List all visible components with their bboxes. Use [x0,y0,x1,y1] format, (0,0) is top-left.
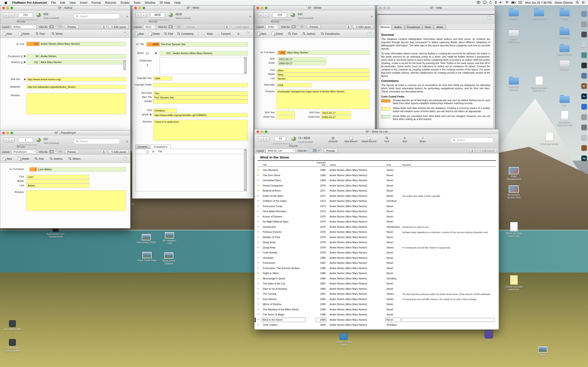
close-button[interactable] [257,7,259,9]
cell-title[interactable]: Time Traders [263,323,309,326]
goto-record-icon[interactable]: ▸ [258,287,259,290]
cell-title[interactable]: Perilous Dreams [263,231,309,233]
kind-field[interactable]: Omnibus [153,108,177,113]
minimize-button[interactable] [6,7,9,9]
cell-author[interactable]: Andre Norton (Alice Mary Norton) [330,184,385,187]
prev-record-button[interactable]: ‹ [258,13,263,17]
notification-center-icon[interactable] [582,1,585,4]
goto-related-button[interactable] [24,55,26,57]
cell-kind[interactable]: Novel [387,189,401,192]
work-list-row[interactable]: ▸Jern Murdock1968Andre Norton (Alice Mar… [254,168,499,173]
cell-kind[interactable]: Novel [387,215,401,218]
cell-title[interactable]: Uncharted Stars [263,179,309,182]
dock-icon-11[interactable] [581,114,587,120]
close-button[interactable] [379,7,382,9]
cell-author[interactable]: Andre Norton (Alice Mary Norton) [330,236,385,239]
tab-writer[interactable]: Writer [434,25,446,30]
cell-remarks[interactable]: The third and final subseries within the… [402,293,494,295]
cell-author[interactable]: Andre Norton (Alice Mary Norton) [330,205,385,208]
current-record-field[interactable]: 212 [18,13,33,17]
cell-author[interactable]: Andre Norton (Alice Mary Norton) [330,169,385,171]
work-list-row[interactable]: ▸No Night Without Stars1975Andre Norton … [254,219,499,225]
desktop-icon-right-management[interactable]: Right Management [500,167,527,181]
work-list-row[interactable]: ▸Uncharted Stars1969Andre Norton (Alice … [254,178,499,183]
cell-copyright-year[interactable]: 1987 [310,282,326,285]
current-record-field[interactable]: 6828 [150,13,165,17]
cell-remarks[interactable]: The author also holds a 2005 copyright. [402,195,494,197]
cell-copyright-year[interactable]: 1976 [310,236,326,239]
cell-author[interactable]: Andre Norton (Alice Mary Norton) [330,200,385,202]
work-list-row[interactable]: ▸Flight in Yiktor1986Andre Norton (Alice… [254,271,499,276]
goto-record-icon[interactable]: ▸ [258,308,259,310]
goto-record-icon[interactable]: ▸ [258,246,259,248]
minimize-button[interactable] [261,7,263,9]
titlebar[interactable]: SF - Work As List [254,129,499,134]
form-view-icon[interactable] [50,150,53,153]
cell-title[interactable]: Wraiths of Time [263,236,309,239]
work-list-row[interactable]: ▸Here Abide Monsters1973Andre Norton (Al… [254,209,499,214]
zoom-button[interactable] [143,7,145,9]
goto-record-icon[interactable]: ▸ [258,179,259,181]
menu-sf-help[interactable]: SF Help [157,1,172,4]
goto-record-icon[interactable]: ▸ [258,199,259,202]
menu-file[interactable]: File [49,1,58,4]
cell-title[interactable]: Android at Arms [263,189,309,192]
cell-author[interactable]: Andre Norton (Alice Mary Norton) [330,241,385,244]
titlebar[interactable]: SF - Pseudonym [0,131,130,135]
close-button[interactable] [2,7,5,9]
cell-kind[interactable]: Omnibus [387,277,401,280]
desktop-icon-kathmandu-from-summit-hotel[interactable]: Kathmandu from Summit Hotel [42,227,69,238]
pseudonym-name-field[interactable]: Andre Norton [40,54,126,58]
desktop-icon-applications[interactable]: Applications [525,9,553,20]
next-record-button[interactable]: › [263,13,269,17]
cell-remarks[interactable]: Introduction to Gate of Ivrel. [402,226,494,228]
cell-kind[interactable]: Omnibus [387,200,401,202]
table-view-icon[interactable] [300,25,304,28]
goto-record-icon[interactable]: ▸ [258,241,259,243]
cell-kind[interactable]: Novel [387,236,401,239]
cell-kind[interactable]: Novel [387,287,401,290]
work-list-row[interactable]: ▸Forerunner1981Andre Norton (Alice Mary … [254,261,499,266]
delete-button[interactable]: Delete [18,157,29,160]
cell-author[interactable]: Andre Norton (Alice Mary Norton) [330,292,385,295]
minimize-button[interactable] [383,7,386,9]
help-icon[interactable]: ? [123,32,127,35]
prev-record-button[interactable]: ‹ [3,13,9,17]
cell-kind[interactable]: Novel [387,272,401,275]
cell-title[interactable]: No Night Without Stars [263,220,309,223]
dock-icon-12[interactable] [581,125,587,130]
list-view-icon[interactable] [313,149,317,152]
cell-author[interactable]: Andre Norton (Alice Mary Norton) [330,179,385,182]
cell-copyright-year[interactable]: 1978 [310,246,326,249]
find-button[interactable]: Find [288,32,297,35]
author-fullname-field[interactable]: Andre Norton (Alice Mary Norton) [40,42,126,46]
goto-record-icon[interactable]: ▸ [258,267,259,269]
keyboard-icon[interactable] [519,1,522,4]
cell-author[interactable]: Andre Norton (Alice Mary Norton) [330,174,385,177]
apple-menu[interactable] [2,1,10,4]
cell-author[interactable]: Andre Norton (Alice Mary Norton) [330,313,385,316]
menu-clock[interactable]: Mon Jun 25 7:48 PM [525,1,552,4]
cell-copyright-year[interactable]: 1991 [310,292,326,295]
cell-copyright-year[interactable]: 1970 [310,184,326,187]
help-icon[interactable]: ? [488,15,492,19]
minimize-button[interactable] [138,7,141,9]
authors-button[interactable]: Authors [50,157,62,160]
copyright-year-field[interactable]: 1994 [153,76,172,81]
goto-record-icon[interactable]: ▸ [258,282,259,284]
middle-name-field[interactable]: Mary [277,73,370,77]
cell-title[interactable]: Mirror of Destiny [263,303,309,306]
cell-author[interactable]: Andre Norton (Alice Mary Norton) [330,318,385,321]
goto-related-button[interactable] [24,78,26,81]
formatting-bar-icon[interactable]: A [101,25,106,29]
goto-record-icon[interactable]: ▸ [258,292,259,295]
work-id-field[interactable]: 6838 [147,42,160,47]
cell-kind[interactable]: Series [387,246,401,249]
back-button[interactable]: ←Back [203,32,213,35]
found-pie-icon[interactable] [292,137,296,141]
table-view-icon[interactable] [58,25,62,28]
goto-related-button[interactable] [155,52,157,54]
cell-author[interactable]: Andre Norton (Alice Mary Norton) [330,267,385,269]
cell-copyright-year[interactable]: 1981 [310,261,326,264]
titlebar[interactable]: SF - Work [132,6,253,10]
